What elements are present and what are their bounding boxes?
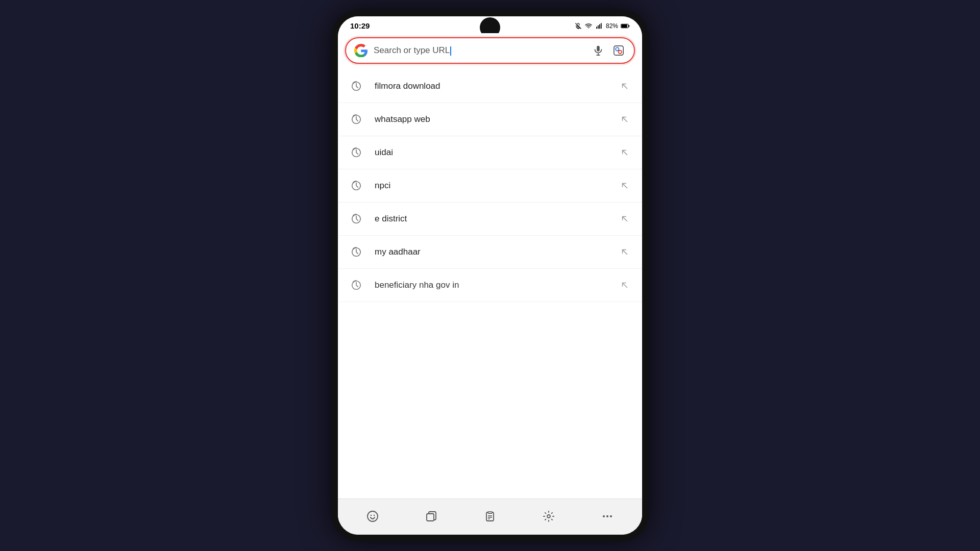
svg-point-20	[368, 511, 378, 521]
arrow-up-left-icon[interactable]	[618, 212, 632, 226]
list-item[interactable]: filmora download	[338, 70, 642, 103]
mute-icon	[575, 22, 582, 30]
history-icon	[348, 244, 364, 260]
arrow-up-left-icon[interactable]	[618, 245, 632, 259]
list-item[interactable]: uidai	[338, 136, 642, 169]
svg-rect-23	[427, 514, 434, 521]
list-item[interactable]: my aadhaar	[338, 236, 642, 269]
history-icon	[348, 178, 364, 194]
suggestion-text: filmora download	[375, 81, 618, 91]
suggestion-text: npci	[375, 181, 618, 191]
signal-icon	[595, 22, 603, 30]
battery-text: 82%	[606, 22, 618, 30]
status-bar: 10:29 82%	[338, 16, 642, 33]
suggestion-text: e district	[375, 214, 618, 224]
bottom-nav	[338, 498, 642, 535]
svg-rect-2	[599, 24, 600, 29]
history-icon	[348, 78, 364, 94]
svg-rect-7	[597, 46, 600, 52]
svg-point-21	[370, 515, 371, 516]
svg-rect-6	[622, 24, 627, 28]
history-icon	[348, 144, 364, 161]
svg-rect-3	[601, 23, 602, 29]
list-item[interactable]: npci	[338, 169, 642, 203]
svg-rect-0	[596, 27, 597, 29]
search-bar-container: Search or type URL	[338, 33, 642, 70]
tabs-button[interactable]	[420, 505, 443, 528]
arrow-up-left-icon[interactable]	[618, 278, 632, 292]
suggestion-text: uidai	[375, 147, 618, 158]
arrow-up-left-icon[interactable]	[618, 179, 632, 193]
status-icons: 82%	[575, 22, 630, 30]
svg-rect-1	[598, 25, 599, 28]
arrow-up-left-icon[interactable]	[618, 79, 632, 93]
clipboard-button[interactable]	[479, 505, 501, 528]
svg-point-22	[373, 515, 374, 516]
arrow-up-left-icon[interactable]	[618, 112, 632, 127]
phone-frame: Sd 10:29	[332, 10, 648, 541]
status-time: 10:29	[350, 21, 370, 30]
google-logo	[354, 44, 368, 57]
suggestion-text: beneficiary nha gov in	[375, 280, 618, 290]
svg-point-30	[603, 515, 605, 517]
suggestions-list: filmora download whatsapp	[338, 70, 642, 498]
emoji-button[interactable]	[361, 505, 384, 528]
history-icon	[348, 277, 364, 293]
history-icon	[348, 211, 364, 227]
history-icon	[348, 111, 364, 128]
suggestion-text: whatsapp web	[375, 114, 618, 124]
svg-point-11	[616, 47, 619, 51]
svg-point-31	[606, 515, 608, 517]
list-item[interactable]: e district	[338, 203, 642, 236]
list-item[interactable]: beneficiary nha gov in	[338, 269, 642, 302]
svg-point-29	[547, 515, 550, 518]
svg-rect-5	[628, 25, 629, 27]
more-button[interactable]	[596, 505, 619, 528]
phone-screen: Sd 10:29	[338, 16, 642, 535]
lens-icon[interactable]	[611, 43, 626, 58]
arrow-up-left-icon[interactable]	[618, 145, 632, 160]
search-bar[interactable]: Search or type URL	[345, 37, 635, 64]
search-input[interactable]: Search or type URL	[374, 45, 585, 56]
settings-button[interactable]	[537, 505, 560, 528]
mic-icon[interactable]	[591, 43, 605, 58]
wifi-icon	[584, 22, 593, 30]
battery-icon	[621, 23, 630, 29]
svg-point-32	[610, 515, 612, 517]
suggestion-text: my aadhaar	[375, 247, 618, 257]
svg-rect-25	[488, 512, 492, 513]
list-item[interactable]: whatsapp web	[338, 103, 642, 136]
